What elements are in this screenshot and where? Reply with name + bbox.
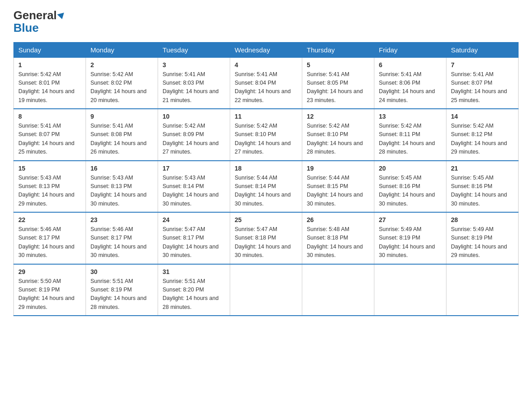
sunset-label: Sunset: 8:16 PM xyxy=(451,183,492,189)
day-info: Sunrise: 5:43 AM Sunset: 8:13 PM Dayligh… xyxy=(90,174,153,209)
day-info: Sunrise: 5:42 AM Sunset: 8:10 PM Dayligh… xyxy=(307,122,369,157)
logo-general: General xyxy=(13,9,57,22)
sunrise-label: Sunrise: 5:43 AM xyxy=(90,175,133,181)
sunset-label: Sunset: 8:13 PM xyxy=(18,183,60,189)
calendar-cell: 14 Sunrise: 5:42 AM Sunset: 8:12 PM Dayl… xyxy=(446,109,519,161)
calendar-cell: 9 Sunrise: 5:41 AM Sunset: 8:08 PM Dayli… xyxy=(86,109,158,161)
daylight-label: Daylight: 14 hours and 30 minutes. xyxy=(163,244,219,258)
calendar-cell: 21 Sunrise: 5:45 AM Sunset: 8:16 PM Dayl… xyxy=(446,161,519,213)
day-number: 28 xyxy=(451,216,514,223)
day-number: 18 xyxy=(235,165,297,172)
sunset-label: Sunset: 8:18 PM xyxy=(307,235,348,241)
day-number: 17 xyxy=(163,165,225,172)
sunrise-label: Sunrise: 5:51 AM xyxy=(163,278,205,284)
day-info: Sunrise: 5:43 AM Sunset: 8:13 PM Dayligh… xyxy=(18,174,81,209)
daylight-label: Daylight: 14 hours and 29 minutes. xyxy=(18,295,74,310)
calendar-cell: 23 Sunrise: 5:46 AM Sunset: 8:17 PM Dayl… xyxy=(86,212,158,264)
day-info: Sunrise: 5:41 AM Sunset: 8:03 PM Dayligh… xyxy=(163,70,225,105)
calendar-week-row: 1 Sunrise: 5:42 AM Sunset: 8:01 PM Dayli… xyxy=(14,57,519,109)
sunrise-label: Sunrise: 5:43 AM xyxy=(18,175,61,181)
day-info: Sunrise: 5:42 AM Sunset: 8:11 PM Dayligh… xyxy=(379,122,442,157)
sunset-label: Sunset: 8:05 PM xyxy=(307,80,348,86)
sunset-label: Sunset: 8:12 PM xyxy=(451,131,492,137)
day-number: 20 xyxy=(379,165,442,172)
calendar-table: SundayMondayTuesdayWednesdayThursdayFrid… xyxy=(13,42,519,317)
daylight-label: Daylight: 14 hours and 20 minutes. xyxy=(90,88,146,103)
sunset-label: Sunset: 8:19 PM xyxy=(379,235,420,241)
sunrise-label: Sunrise: 5:41 AM xyxy=(235,71,277,77)
sunrise-label: Sunrise: 5:41 AM xyxy=(379,71,421,77)
day-info: Sunrise: 5:44 AM Sunset: 8:15 PM Dayligh… xyxy=(307,174,369,209)
day-number: 7 xyxy=(451,61,514,68)
day-info: Sunrise: 5:43 AM Sunset: 8:14 PM Dayligh… xyxy=(163,174,225,209)
header-friday: Friday xyxy=(374,42,446,57)
day-info: Sunrise: 5:42 AM Sunset: 8:12 PM Dayligh… xyxy=(451,122,514,157)
calendar-cell: 29 Sunrise: 5:50 AM Sunset: 8:19 PM Dayl… xyxy=(14,264,86,316)
header-sunday: Sunday xyxy=(14,42,86,57)
day-number: 30 xyxy=(90,268,153,275)
daylight-label: Daylight: 14 hours and 30 minutes. xyxy=(379,192,435,206)
daylight-label: Daylight: 14 hours and 26 minutes. xyxy=(90,140,146,155)
calendar-cell: 28 Sunrise: 5:49 AM Sunset: 8:19 PM Dayl… xyxy=(446,212,519,264)
calendar-week-row: 29 Sunrise: 5:50 AM Sunset: 8:19 PM Dayl… xyxy=(14,264,519,316)
sunset-label: Sunset: 8:16 PM xyxy=(379,183,420,189)
sunrise-label: Sunrise: 5:45 AM xyxy=(451,175,493,181)
day-info: Sunrise: 5:49 AM Sunset: 8:19 PM Dayligh… xyxy=(379,225,442,260)
sunset-label: Sunset: 8:02 PM xyxy=(90,80,132,86)
calendar-cell: 31 Sunrise: 5:51 AM Sunset: 8:20 PM Dayl… xyxy=(158,264,230,316)
header-wednesday: Wednesday xyxy=(230,42,302,57)
header-monday: Monday xyxy=(86,42,158,57)
calendar-cell: 8 Sunrise: 5:41 AM Sunset: 8:07 PM Dayli… xyxy=(14,109,86,161)
day-info: Sunrise: 5:42 AM Sunset: 8:10 PM Dayligh… xyxy=(235,122,297,157)
daylight-label: Daylight: 14 hours and 27 minutes. xyxy=(235,140,291,155)
sunrise-label: Sunrise: 5:42 AM xyxy=(90,71,133,77)
day-number: 2 xyxy=(90,61,153,68)
sunset-label: Sunset: 8:20 PM xyxy=(163,287,204,293)
sunrise-label: Sunrise: 5:46 AM xyxy=(90,226,133,232)
day-number: 16 xyxy=(90,165,153,172)
calendar-cell: 17 Sunrise: 5:43 AM Sunset: 8:14 PM Dayl… xyxy=(158,161,230,213)
day-number: 22 xyxy=(18,216,81,223)
sunrise-label: Sunrise: 5:42 AM xyxy=(235,123,277,129)
daylight-label: Daylight: 14 hours and 30 minutes. xyxy=(235,192,291,206)
sunset-label: Sunset: 8:15 PM xyxy=(307,183,348,189)
calendar-cell xyxy=(446,264,519,316)
calendar-cell: 24 Sunrise: 5:47 AM Sunset: 8:17 PM Dayl… xyxy=(158,212,230,264)
daylight-label: Daylight: 14 hours and 30 minutes. xyxy=(451,192,507,206)
sunset-label: Sunset: 8:07 PM xyxy=(451,80,492,86)
day-number: 11 xyxy=(235,113,297,120)
sunset-label: Sunset: 8:19 PM xyxy=(18,287,60,293)
calendar-cell: 22 Sunrise: 5:46 AM Sunset: 8:17 PM Dayl… xyxy=(14,212,86,264)
day-info: Sunrise: 5:47 AM Sunset: 8:17 PM Dayligh… xyxy=(163,225,225,260)
daylight-label: Daylight: 14 hours and 30 minutes. xyxy=(307,244,363,258)
sunset-label: Sunset: 8:01 PM xyxy=(18,80,60,86)
sunrise-label: Sunrise: 5:41 AM xyxy=(18,123,61,129)
calendar-cell: 19 Sunrise: 5:44 AM Sunset: 8:15 PM Dayl… xyxy=(302,161,374,213)
calendar-week-row: 22 Sunrise: 5:46 AM Sunset: 8:17 PM Dayl… xyxy=(14,212,519,264)
sunset-label: Sunset: 8:14 PM xyxy=(235,183,276,189)
day-info: Sunrise: 5:45 AM Sunset: 8:16 PM Dayligh… xyxy=(451,174,514,209)
header-saturday: Saturday xyxy=(446,42,519,57)
calendar-cell: 26 Sunrise: 5:48 AM Sunset: 8:18 PM Dayl… xyxy=(302,212,374,264)
calendar-cell: 18 Sunrise: 5:44 AM Sunset: 8:14 PM Dayl… xyxy=(230,161,302,213)
day-number: 31 xyxy=(163,268,225,275)
sunset-label: Sunset: 8:17 PM xyxy=(18,235,60,241)
sunrise-label: Sunrise: 5:49 AM xyxy=(451,226,493,232)
daylight-label: Daylight: 14 hours and 28 minutes. xyxy=(90,295,146,310)
day-number: 12 xyxy=(307,113,369,120)
sunrise-label: Sunrise: 5:46 AM xyxy=(18,226,61,232)
day-info: Sunrise: 5:48 AM Sunset: 8:18 PM Dayligh… xyxy=(307,225,369,260)
day-info: Sunrise: 5:41 AM Sunset: 8:07 PM Dayligh… xyxy=(18,122,81,157)
daylight-label: Daylight: 14 hours and 22 minutes. xyxy=(235,88,291,103)
daylight-label: Daylight: 14 hours and 28 minutes. xyxy=(307,140,363,155)
sunrise-label: Sunrise: 5:44 AM xyxy=(307,175,349,181)
sunrise-label: Sunrise: 5:49 AM xyxy=(379,226,421,232)
calendar-cell: 16 Sunrise: 5:43 AM Sunset: 8:13 PM Dayl… xyxy=(86,161,158,213)
logo-blue: Blue xyxy=(13,21,39,35)
sunset-label: Sunset: 8:13 PM xyxy=(90,183,132,189)
day-number: 21 xyxy=(451,165,514,172)
sunset-label: Sunset: 8:19 PM xyxy=(451,235,492,241)
calendar-cell xyxy=(230,264,302,316)
sunset-label: Sunset: 8:14 PM xyxy=(163,183,204,189)
calendar-cell: 15 Sunrise: 5:43 AM Sunset: 8:13 PM Dayl… xyxy=(14,161,86,213)
